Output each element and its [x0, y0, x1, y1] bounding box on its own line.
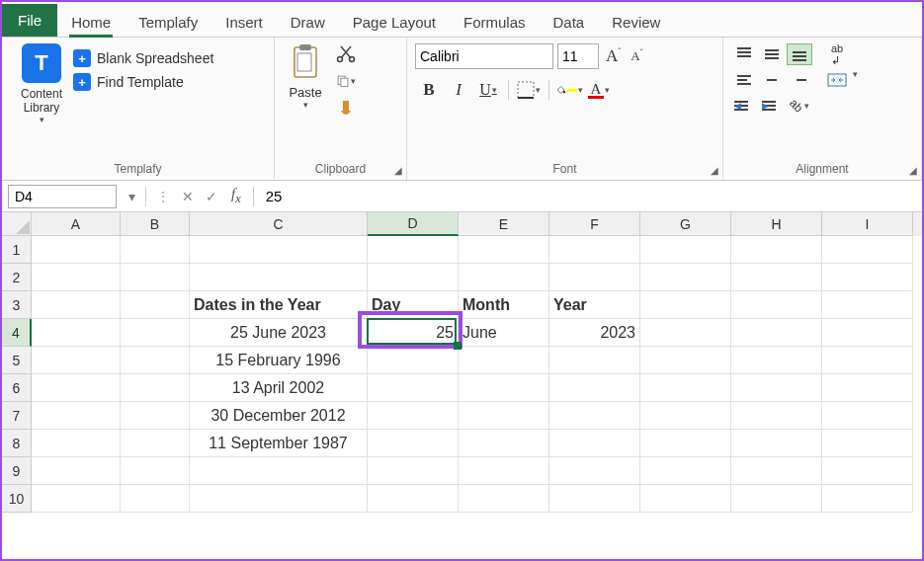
formula-input[interactable]	[258, 185, 922, 208]
row-header-9[interactable]: 9	[2, 457, 32, 485]
merge-center-button[interactable]	[824, 69, 850, 91]
cell-G3[interactable]	[640, 291, 731, 319]
tab-review[interactable]: Review	[598, 6, 674, 37]
cell-C4[interactable]: 25 June 2023	[190, 319, 368, 347]
cell-B2[interactable]	[121, 264, 190, 291]
cell-D10[interactable]	[368, 485, 459, 513]
cell-B4[interactable]	[121, 319, 190, 347]
cell-E2[interactable]	[459, 264, 549, 291]
cell-D6[interactable]	[368, 374, 459, 402]
cell-B1[interactable]	[121, 236, 190, 264]
cell-A2[interactable]	[32, 264, 121, 291]
row-header-8[interactable]: 8	[2, 430, 32, 457]
cell-A1[interactable]	[32, 236, 121, 264]
clipboard-launcher[interactable]: ◢	[394, 165, 402, 176]
cell-I4[interactable]	[822, 319, 913, 347]
cell-G10[interactable]	[640, 485, 731, 513]
align-left-button[interactable]	[731, 69, 757, 91]
enter-button[interactable]: ✓	[200, 189, 223, 204]
cell-A5[interactable]	[32, 347, 121, 374]
column-header-F[interactable]: F	[549, 212, 640, 236]
row-header-10[interactable]: 10	[2, 485, 32, 513]
cell-E10[interactable]	[459, 485, 549, 513]
cell-F10[interactable]	[549, 485, 640, 513]
cell-B5[interactable]	[121, 347, 190, 374]
cell-E3[interactable]: Month	[459, 291, 549, 319]
align-middle-button[interactable]	[759, 43, 785, 65]
cell-E9[interactable]	[459, 457, 549, 485]
cell-I9[interactable]	[822, 457, 913, 485]
align-center-button[interactable]	[759, 69, 785, 91]
cell-H6[interactable]	[731, 374, 822, 402]
cell-C1[interactable]	[190, 236, 368, 264]
tab-templafy[interactable]: Templafy	[125, 6, 211, 37]
cell-G8[interactable]	[640, 430, 731, 457]
cell-C5[interactable]: 15 February 1996	[190, 347, 368, 374]
cell-F4[interactable]: 2023	[549, 319, 640, 347]
cell-D5[interactable]	[368, 347, 459, 374]
cell-D1[interactable]	[368, 236, 459, 264]
cell-C10[interactable]	[190, 485, 368, 513]
column-header-B[interactable]: B	[121, 212, 190, 236]
cut-button[interactable]	[336, 43, 356, 63]
cell-H10[interactable]	[731, 485, 822, 513]
increase-indent-button[interactable]: ▶	[759, 95, 785, 117]
underline-button[interactable]: U▾	[474, 77, 502, 103]
fill-color-button[interactable]: ▾	[555, 77, 583, 103]
cell-I10[interactable]	[822, 485, 913, 513]
chevron-down-icon[interactable]: ▾	[853, 69, 858, 91]
column-header-E[interactable]: E	[459, 212, 549, 236]
cell-I3[interactable]	[822, 291, 913, 319]
cancel-button[interactable]: ✕	[176, 189, 200, 204]
row-header-1[interactable]: 1	[2, 236, 32, 264]
cell-B10[interactable]	[121, 485, 190, 513]
borders-button[interactable]: ▾	[515, 77, 543, 103]
font-launcher[interactable]: ◢	[711, 165, 718, 176]
cell-A8[interactable]	[32, 430, 121, 457]
cell-B8[interactable]	[121, 430, 190, 457]
fill-handle[interactable]	[454, 342, 462, 350]
row-header-3[interactable]: 3	[2, 291, 32, 319]
blank-spreadsheet-button[interactable]: + Blank Spreadsheet	[73, 49, 213, 67]
cell-F3[interactable]: Year	[549, 291, 640, 319]
cell-C2[interactable]	[190, 264, 368, 291]
cell-H2[interactable]	[731, 264, 822, 291]
copy-button[interactable]: ▾	[336, 71, 356, 91]
cell-H3[interactable]	[731, 291, 822, 319]
row-header-4[interactable]: 4	[2, 319, 32, 347]
bold-button[interactable]: B	[415, 77, 443, 103]
cell-I8[interactable]	[822, 430, 913, 457]
increase-font-size-button[interactable]: Aˆ	[603, 46, 624, 66]
cell-F2[interactable]	[549, 264, 640, 291]
cell-H7[interactable]	[731, 402, 822, 430]
tab-data[interactable]: Data	[540, 6, 599, 37]
cell-G9[interactable]	[640, 457, 731, 485]
align-top-button[interactable]	[731, 43, 757, 65]
cell-I2[interactable]	[822, 264, 913, 291]
row-header-5[interactable]: 5	[2, 347, 32, 374]
cell-I1[interactable]	[822, 236, 913, 264]
wrap-text-button[interactable]: ab↲	[824, 43, 850, 65]
cell-E1[interactable]	[459, 236, 549, 264]
cell-C8[interactable]: 11 September 1987	[190, 430, 368, 457]
format-painter-button[interactable]	[336, 99, 356, 119]
cell-A3[interactable]	[32, 291, 121, 319]
cell-G2[interactable]	[640, 264, 731, 291]
cell-E8[interactable]	[459, 430, 549, 457]
decrease-font-size-button[interactable]: Aˇ	[628, 48, 645, 64]
cell-G7[interactable]	[640, 402, 731, 430]
column-header-A[interactable]: A	[32, 212, 121, 236]
cell-A4[interactable]	[32, 319, 121, 347]
content-library-button[interactable]: T Content Library ▾	[10, 43, 73, 124]
cell-F1[interactable]	[549, 236, 640, 264]
cell-H8[interactable]	[731, 430, 822, 457]
alignment-launcher[interactable]: ◢	[909, 165, 917, 176]
cell-H4[interactable]	[731, 319, 822, 347]
cell-I7[interactable]	[822, 402, 913, 430]
cell-G6[interactable]	[640, 374, 731, 402]
cell-I6[interactable]	[822, 374, 913, 402]
cell-G5[interactable]	[640, 347, 731, 374]
cell-B7[interactable]	[121, 402, 190, 430]
cell-E7[interactable]	[459, 402, 549, 430]
select-all-corner[interactable]	[2, 212, 32, 236]
